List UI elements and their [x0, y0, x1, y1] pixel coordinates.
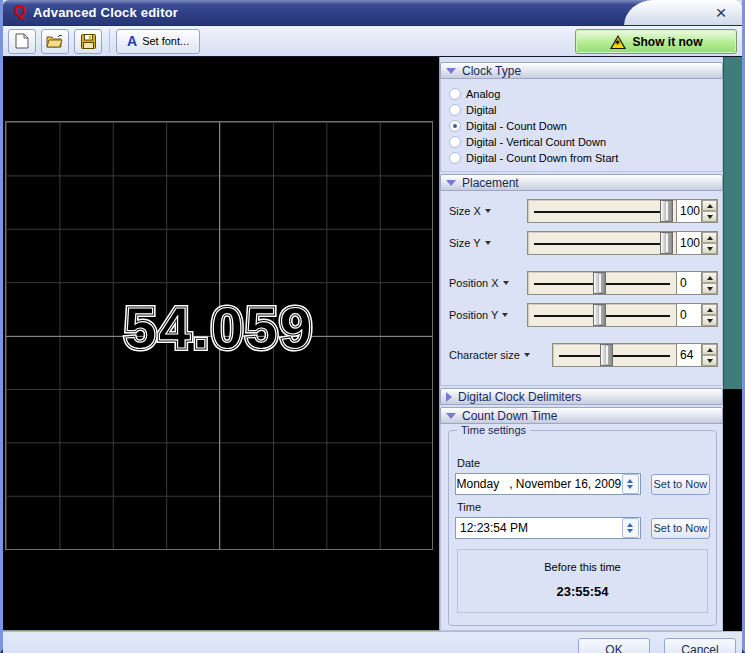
position-x-value[interactable]: 0 — [676, 272, 702, 294]
time-picker[interactable]: 12:23:54 PM — [455, 517, 641, 539]
slider-thumb[interactable] — [660, 232, 673, 254]
new-button[interactable] — [8, 29, 36, 54]
position-x-row: Position X 0 — [449, 271, 718, 295]
preview-grid: 54.059 54.059 54.059 — [5, 121, 433, 550]
date-picker[interactable]: Monday , November 16, 2009 — [455, 473, 641, 495]
slider-label-text: Character size — [449, 349, 520, 361]
date-spinner[interactable] — [622, 474, 639, 494]
save-floppy-icon — [81, 34, 96, 49]
time-settings-group: Time settings Date Monday , November 16,… — [448, 430, 717, 626]
slider-thumb[interactable] — [600, 344, 613, 366]
countdown-outline-inner: 54.059 — [6, 294, 432, 361]
open-button[interactable] — [41, 29, 69, 54]
spin-up-button[interactable] — [702, 344, 717, 355]
position-y-spinner — [702, 304, 717, 326]
clock-preview-canvas[interactable]: 54.059 54.059 54.059 — [3, 57, 440, 631]
collapse-triangle-icon — [446, 180, 456, 186]
radio-label: Analog — [466, 88, 500, 100]
dropdown-arrow-icon — [503, 281, 509, 285]
radio-label: Digital - Vertical Count Down — [466, 136, 606, 148]
radio-label: Digital - Count Down — [466, 120, 567, 132]
spin-up-button[interactable] — [702, 272, 717, 283]
collapse-triangle-icon — [446, 68, 456, 74]
dropdown-arrow-icon — [502, 313, 508, 317]
character-size-label[interactable]: Character size — [449, 349, 552, 361]
spin-up-button[interactable] — [702, 200, 717, 211]
radio-digital[interactable]: Digital — [449, 103, 722, 116]
up-arrow-icon — [707, 276, 713, 280]
main-area: 54.059 54.059 54.059 Clock Type Analog — [3, 57, 742, 631]
show-it-now-button[interactable]: Show it now — [575, 29, 737, 54]
size-y-spinner — [702, 232, 717, 254]
time-label: Time — [457, 501, 710, 513]
down-arrow-icon — [707, 359, 713, 363]
section-header-placement[interactable]: Placement — [440, 174, 723, 191]
set-font-button[interactable]: A Set font... — [116, 29, 200, 54]
font-a-icon: A — [127, 33, 137, 49]
down-arrow-icon — [707, 247, 713, 251]
black-background-strip — [723, 389, 742, 631]
section-header-count-down-time[interactable]: Count Down Time — [440, 407, 723, 424]
up-arrow-icon — [707, 308, 713, 312]
cancel-button[interactable]: Cancel — [664, 638, 736, 653]
section-title: Digital Clock Delimiters — [458, 390, 581, 404]
time-set-to-now-button[interactable]: Set to Now — [651, 518, 710, 539]
position-y-label[interactable]: Position Y — [449, 309, 527, 321]
spin-up-button[interactable] — [702, 232, 717, 243]
time-spinner[interactable] — [622, 518, 639, 538]
slider-track[interactable] — [553, 344, 676, 366]
dropdown-arrow-icon — [485, 209, 491, 213]
date-set-to-now-button[interactable]: Set to Now — [651, 474, 710, 495]
date-row: Monday , November 16, 2009 Set to Now — [455, 473, 710, 495]
radio-digital-count-down-from-start[interactable]: Digital - Count Down from Start — [449, 151, 722, 164]
dropdown-arrow-icon — [485, 241, 491, 245]
placement-controls: Size X 100 — [440, 191, 723, 386]
radio-icon — [449, 152, 461, 164]
character-size-row: Character size 64 — [449, 343, 718, 367]
radio-digital-count-down[interactable]: Digital - Count Down — [449, 119, 722, 132]
save-button[interactable] — [74, 29, 102, 54]
slider-thumb[interactable] — [660, 200, 673, 222]
date-value: Monday , November 16, 2009 — [456, 477, 622, 491]
radio-digital-vertical-count-down[interactable]: Digital - Vertical Count Down — [449, 135, 722, 148]
advanced-clock-editor-window: Q Advanced Clock editor × A Set font... — [0, 0, 745, 653]
size-y-value[interactable]: 100 — [676, 232, 702, 254]
section-title: Clock Type — [462, 64, 521, 78]
close-button[interactable]: × — [710, 2, 732, 24]
spin-down-button[interactable] — [702, 243, 717, 254]
spin-down-button[interactable] — [702, 315, 717, 326]
slider-track[interactable] — [528, 304, 676, 326]
toolbar: A Set font... Show it now — [3, 26, 742, 57]
size-x-value[interactable]: 100 — [676, 200, 702, 222]
up-arrow-icon — [707, 236, 713, 240]
radio-icon — [449, 104, 461, 116]
spin-down-button[interactable] — [702, 355, 717, 366]
slider-label-text: Size X — [449, 205, 481, 217]
teal-background-strip — [723, 57, 742, 389]
slider-track[interactable] — [528, 232, 676, 254]
size-x-slider: 100 — [527, 199, 718, 223]
down-arrow-icon — [707, 215, 713, 219]
slider-track[interactable] — [528, 272, 676, 294]
section-header-digital-clock-delimiters[interactable]: Digital Clock Delimiters — [440, 388, 723, 405]
open-folder-icon — [46, 34, 64, 48]
spin-up-button[interactable] — [702, 304, 717, 315]
slider-thumb[interactable] — [593, 272, 606, 294]
up-arrow-icon — [627, 523, 633, 527]
position-x-label[interactable]: Position X — [449, 277, 527, 289]
spin-down-button[interactable] — [702, 283, 717, 294]
section-header-clock-type[interactable]: Clock Type — [440, 62, 723, 79]
slider-thumb[interactable] — [593, 304, 606, 326]
spin-down-button[interactable] — [702, 211, 717, 222]
clock-type-options: Analog Digital Digital - Count Down Digi… — [440, 79, 723, 172]
character-size-value[interactable]: 64 — [676, 344, 702, 366]
radio-analog[interactable]: Analog — [449, 87, 722, 100]
ok-button[interactable]: OK — [578, 638, 650, 653]
radio-label: Digital — [466, 104, 497, 116]
slider-track[interactable] — [528, 200, 676, 222]
slider-label-text: Size Y — [449, 237, 481, 249]
position-y-value[interactable]: 0 — [676, 304, 702, 326]
size-x-label[interactable]: Size X — [449, 205, 527, 217]
slider-label-text: Position Y — [449, 309, 498, 321]
size-y-label[interactable]: Size Y — [449, 237, 527, 249]
